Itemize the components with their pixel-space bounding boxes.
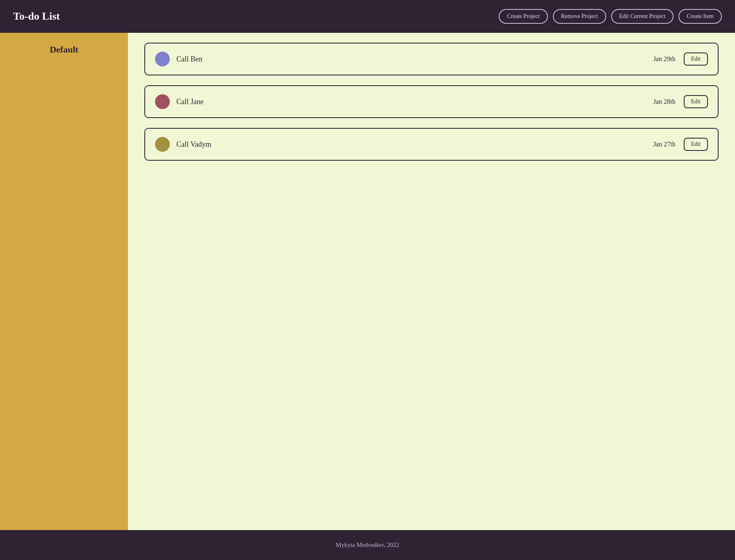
remove-project-button[interactable]: Remove Project — [553, 9, 606, 24]
project-name: Default — [50, 44, 78, 55]
item-label: Call Jane — [176, 98, 653, 106]
item-date: Jan 29th — [653, 55, 676, 63]
app-title: To-do List — [13, 10, 60, 23]
app-footer: Mykyta Medvediev, 2022 — [0, 530, 735, 560]
item-edit-button[interactable]: Edit — [684, 52, 708, 66]
item-date: Jan 27th — [653, 141, 676, 148]
sidebar-project: Default — [0, 33, 128, 66]
item-color-circle — [155, 137, 170, 152]
todo-item: Call Vadym Jan 27th Edit — [144, 128, 719, 161]
sidebar: Default — [0, 33, 128, 530]
item-edit-button[interactable]: Edit — [684, 138, 708, 151]
header-actions: Create Project Remove Project Edit Curre… — [499, 9, 722, 24]
create-project-button[interactable]: Create Project — [499, 9, 548, 24]
create-item-button[interactable]: Create Item — [678, 9, 722, 24]
todo-item: Call Jane Jan 28th Edit — [144, 85, 719, 118]
item-color-circle — [155, 94, 170, 109]
item-color-circle — [155, 52, 170, 66]
edit-current-project-button[interactable]: Edit Current Project — [611, 9, 674, 24]
item-label: Call Ben — [176, 55, 653, 64]
item-edit-button[interactable]: Edit — [684, 95, 708, 108]
footer-text: Mykyta Medvediev, 2022 — [336, 542, 399, 548]
item-label: Call Vadym — [176, 140, 653, 149]
todo-content: Call Ben Jan 29th Edit Call Jane Jan 28t… — [128, 33, 735, 530]
item-date: Jan 28th — [653, 98, 676, 105]
app-header: To-do List Create Project Remove Project… — [0, 0, 735, 33]
main-area: Default Call Ben Jan 29th Edit Call Jane… — [0, 33, 735, 530]
todo-item: Call Ben Jan 29th Edit — [144, 43, 719, 75]
